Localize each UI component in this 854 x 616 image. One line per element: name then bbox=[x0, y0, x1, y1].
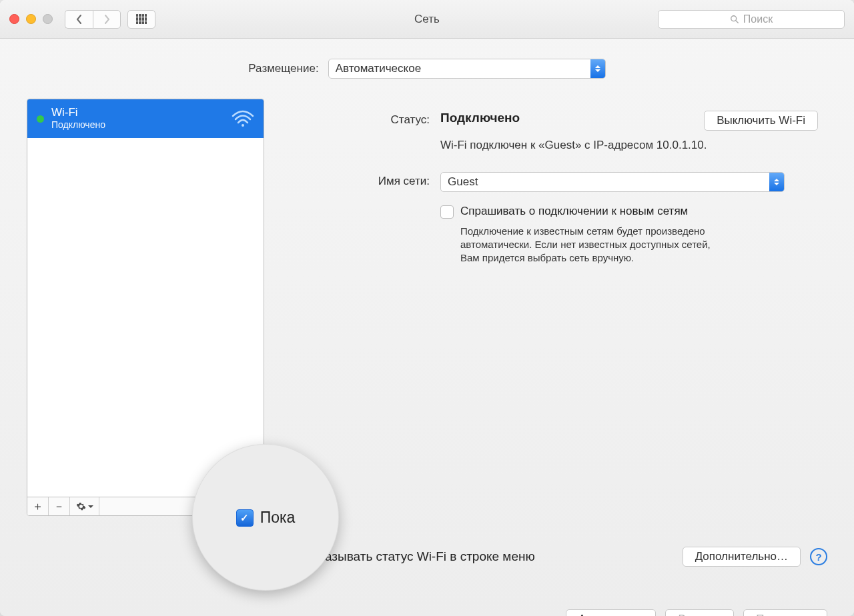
menubar-row: Показывать статус Wi-Fi в строке меню До… bbox=[280, 547, 827, 567]
search-icon bbox=[730, 15, 739, 24]
network-name-select[interactable]: Guest bbox=[440, 172, 785, 192]
close-window-button[interactable] bbox=[9, 14, 19, 24]
ask-to-join-description: Подключение к известным сетям будет прои… bbox=[460, 225, 727, 265]
titlebar: Сеть Поиск bbox=[0, 0, 854, 39]
detail-panel: Статус: Подключено Выключить Wi-Fi Wi-Fi… bbox=[279, 99, 827, 516]
chevron-updown-icon bbox=[590, 59, 605, 78]
network-name-value: Guest bbox=[448, 175, 478, 189]
location-select[interactable]: Автоматическое bbox=[328, 59, 606, 79]
network-preferences-window: Сеть Поиск Размещение: Автоматическое Wi… bbox=[0, 0, 854, 616]
location-row: Размещение: Автоматическое bbox=[27, 59, 827, 79]
help-button[interactable]: ? bbox=[810, 548, 827, 565]
show-in-menubar-label: Показывать статус Wi-Fi в строке меню bbox=[303, 549, 673, 564]
show-all-button[interactable] bbox=[127, 10, 155, 29]
grid-icon bbox=[136, 14, 147, 25]
remove-interface-button[interactable]: － bbox=[49, 497, 70, 515]
traffic-lights bbox=[9, 14, 53, 24]
status-dot-icon bbox=[37, 115, 44, 123]
add-interface-button[interactable]: ＋ bbox=[27, 497, 49, 515]
sidebar-item-status: Подключено bbox=[51, 119, 232, 130]
revert-button[interactable]: Вернуть bbox=[665, 609, 734, 616]
svg-point-2 bbox=[242, 124, 244, 127]
location-label: Размещение: bbox=[248, 62, 318, 75]
wifi-icon bbox=[232, 109, 254, 127]
svg-line-1 bbox=[736, 20, 739, 23]
minimize-window-button[interactable] bbox=[26, 14, 36, 24]
sidebar-item-wifi[interactable]: Wi-Fi Подключено bbox=[27, 99, 264, 138]
forward-button[interactable] bbox=[93, 10, 121, 29]
status-label: Статус: bbox=[279, 111, 430, 153]
status-value: Подключено bbox=[440, 111, 520, 125]
zoom-callout: Пока bbox=[192, 444, 339, 591]
zoom-window-button[interactable] bbox=[43, 14, 53, 24]
window-title: Сеть bbox=[414, 13, 440, 26]
chevron-updown-icon bbox=[769, 173, 784, 191]
zoom-checkbox-icon bbox=[236, 509, 254, 527]
ask-to-join-checkbox[interactable] bbox=[440, 205, 454, 219]
ask-to-join-label: Спрашивать о подключении к новым сетям bbox=[460, 204, 727, 219]
interface-actions-button[interactable] bbox=[70, 497, 99, 515]
location-value: Автоматическое bbox=[336, 62, 421, 75]
status-description: Wi-Fi подключен к «Guest» с IP-адресом 1… bbox=[440, 137, 721, 153]
back-button[interactable] bbox=[65, 10, 93, 29]
apply-button[interactable]: Применить bbox=[743, 609, 827, 616]
action-buttons-row: Ассистент… Вернуть Применить bbox=[566, 609, 827, 616]
zoom-label-fragment: Пока bbox=[260, 509, 296, 527]
body: Размещение: Автоматическое Wi-Fi Подключ… bbox=[0, 39, 854, 616]
search-input[interactable]: Поиск bbox=[658, 10, 845, 29]
network-name-label: Имя сети: bbox=[279, 172, 430, 265]
wifi-off-button[interactable]: Выключить Wi-Fi bbox=[704, 111, 818, 131]
sidebar-item-name: Wi-Fi bbox=[51, 106, 232, 119]
search-placeholder: Поиск bbox=[743, 13, 773, 25]
main-area: Wi-Fi Подключено ＋ － bbox=[27, 99, 827, 516]
advanced-button[interactable]: Дополнительно… bbox=[683, 547, 801, 567]
nav-buttons bbox=[65, 10, 121, 29]
gear-icon bbox=[76, 501, 86, 511]
assistant-button[interactable]: Ассистент… bbox=[566, 609, 657, 616]
